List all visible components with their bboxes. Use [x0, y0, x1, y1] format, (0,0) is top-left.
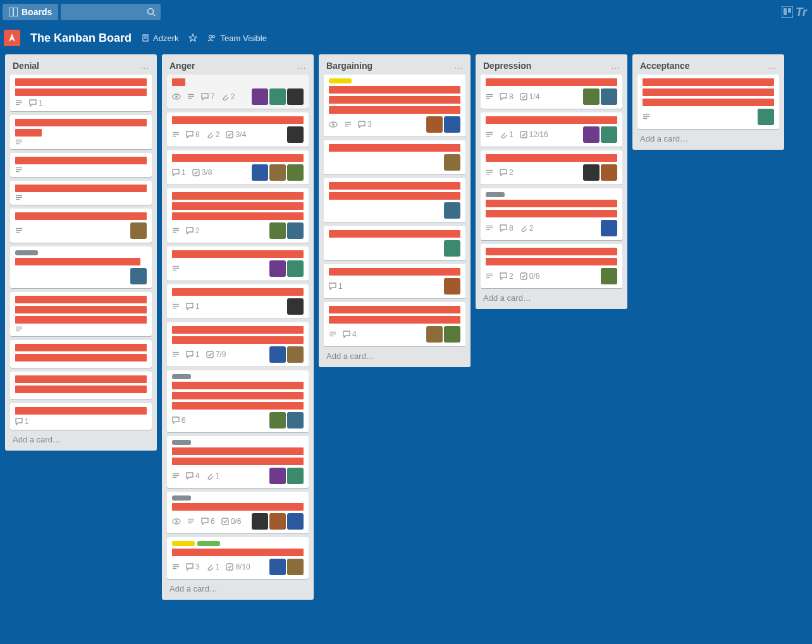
member-avatar[interactable]	[287, 126, 304, 143]
card[interactable]	[10, 246, 152, 288]
card[interactable]: 3	[324, 75, 465, 137]
member-avatar[interactable]	[444, 154, 460, 171]
card[interactable]	[10, 209, 152, 243]
member-avatar[interactable]	[269, 222, 286, 239]
add-card-button[interactable]: Add a card…	[8, 430, 154, 448]
list-title[interactable]: Denial	[13, 61, 39, 71]
card[interactable]: 6	[167, 370, 309, 432]
member-avatar[interactable]	[444, 202, 460, 219]
card[interactable]: 81/4	[481, 75, 622, 109]
add-card-button[interactable]: Add a card…	[321, 346, 468, 365]
member-avatar[interactable]	[269, 513, 286, 530]
card[interactable]: 1	[10, 403, 152, 430]
member-avatar[interactable]	[130, 268, 147, 284]
card[interactable]: 1	[167, 284, 309, 319]
card[interactable]: 17/9	[167, 322, 309, 367]
card[interactable]	[10, 115, 152, 149]
list-title[interactable]: Anger	[169, 61, 195, 71]
member-avatar[interactable]	[287, 559, 304, 575]
description-badge	[486, 273, 493, 279]
member-avatar[interactable]	[287, 88, 304, 105]
member-avatar[interactable]	[601, 220, 617, 236]
card[interactable]	[324, 178, 465, 222]
member-avatar[interactable]	[130, 222, 147, 239]
card[interactable]	[167, 246, 309, 281]
card[interactable]	[10, 372, 152, 399]
card[interactable]: 823/4	[167, 112, 309, 147]
card[interactable]	[324, 226, 465, 260]
member-avatar[interactable]	[269, 164, 286, 181]
card[interactable]: 13/8	[167, 150, 309, 185]
member-avatar[interactable]	[287, 513, 304, 530]
card[interactable]: 20/6	[481, 244, 622, 288]
org-link[interactable]: Adzerk	[142, 33, 178, 43]
board-title[interactable]: The Kanban Board	[30, 32, 132, 45]
card[interactable]: 82	[481, 188, 622, 240]
member-avatar[interactable]	[601, 268, 617, 284]
card[interactable]: 72	[167, 75, 309, 109]
member-avatar[interactable]	[252, 164, 268, 181]
card[interactable]: 2	[167, 188, 309, 243]
member-avatar[interactable]	[444, 326, 460, 343]
add-card-button[interactable]: Add a card…	[635, 129, 782, 147]
card[interactable]: 41	[167, 436, 309, 488]
card-title-redacted	[15, 296, 147, 324]
list-title[interactable]: Bargaining	[326, 61, 372, 71]
member-avatar[interactable]	[444, 240, 460, 257]
member-avatar[interactable]	[601, 88, 617, 105]
member-avatar[interactable]	[426, 326, 443, 343]
card[interactable]: 318/10	[167, 537, 309, 579]
member-avatar[interactable]	[426, 116, 443, 133]
card[interactable]	[10, 340, 152, 368]
member-avatar[interactable]	[269, 468, 286, 484]
member-avatar[interactable]	[252, 513, 268, 530]
member-avatar[interactable]	[583, 126, 600, 143]
svg-rect-82	[520, 131, 527, 138]
member-avatar[interactable]	[287, 164, 304, 181]
boards-button[interactable]: Boards	[3, 4, 58, 20]
member-avatar[interactable]	[269, 88, 286, 105]
member-avatar[interactable]	[287, 222, 304, 239]
member-avatar[interactable]	[287, 260, 304, 277]
card[interactable]: 1	[324, 264, 465, 298]
member-avatar[interactable]	[444, 116, 460, 133]
card[interactable]: 2	[481, 150, 622, 185]
list-menu-button[interactable]: …	[768, 61, 777, 71]
member-avatar[interactable]	[583, 164, 600, 181]
member-avatar[interactable]	[269, 412, 286, 428]
list-title[interactable]: Acceptance	[640, 61, 690, 71]
card[interactable]	[324, 140, 465, 174]
add-card-button[interactable]: Add a card…	[478, 288, 625, 307]
card[interactable]: 1	[10, 75, 152, 111]
list-menu-button[interactable]: …	[611, 61, 620, 71]
add-card-button[interactable]: Add a card…	[164, 579, 311, 597]
member-avatar[interactable]	[287, 468, 304, 484]
list-menu-button[interactable]: …	[454, 61, 463, 71]
star-button[interactable]	[188, 33, 197, 42]
card[interactable]: 60/6	[167, 492, 309, 533]
card[interactable]	[10, 292, 152, 336]
member-avatar[interactable]	[601, 164, 617, 181]
card[interactable]: 4	[324, 302, 465, 346]
list-menu-button[interactable]: …	[140, 61, 149, 71]
member-avatar[interactable]	[287, 412, 304, 428]
list-title[interactable]: Depression	[483, 61, 531, 71]
member-avatar[interactable]	[601, 126, 617, 143]
card[interactable]	[10, 153, 152, 177]
member-avatar[interactable]	[269, 260, 286, 277]
comment-icon	[186, 472, 194, 480]
card[interactable]	[10, 181, 152, 205]
visibility-button[interactable]: Team Visible	[207, 33, 266, 43]
member-avatar[interactable]	[269, 559, 286, 575]
member-avatar[interactable]	[287, 346, 304, 363]
member-avatar[interactable]	[758, 109, 774, 125]
member-avatar[interactable]	[269, 346, 286, 363]
member-avatar[interactable]	[287, 298, 304, 315]
member-avatar[interactable]	[252, 88, 268, 105]
card[interactable]: 112/16	[481, 112, 622, 147]
card[interactable]	[637, 75, 779, 129]
search-input[interactable]	[61, 4, 161, 20]
member-avatar[interactable]	[583, 88, 600, 105]
member-avatar[interactable]	[444, 278, 460, 295]
list-menu-button[interactable]: …	[297, 61, 306, 71]
